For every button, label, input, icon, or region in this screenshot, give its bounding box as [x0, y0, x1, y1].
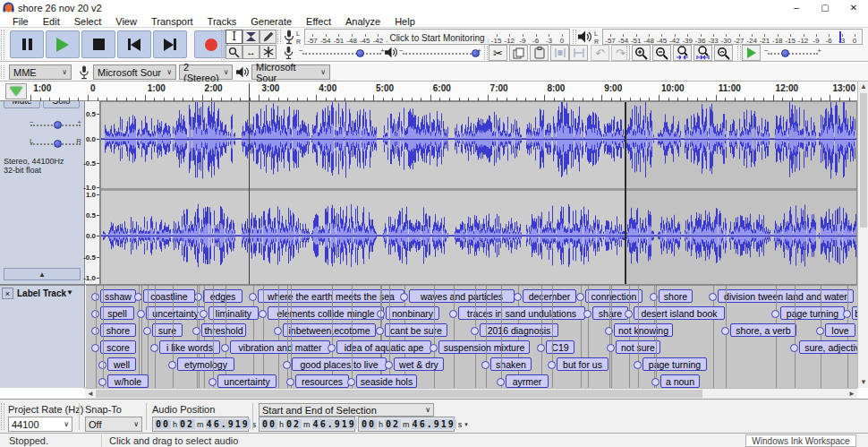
label-track-area[interactable]: sshawcoastlineedgeswhere the earth meets… [86, 285, 857, 388]
playback-meter[interactable]: -57-54-51-48-45-42-39-36-33-30-27-24-21-… [602, 29, 863, 45]
label-handle[interactable] [283, 361, 291, 369]
audio-position-field[interactable]: 00h02m46.919s▾ [152, 417, 249, 432]
label-chip[interactable]: shore [100, 323, 136, 337]
menu-effect[interactable]: Effect [299, 16, 338, 27]
zoom-in-button[interactable] [632, 45, 651, 61]
mute-button[interactable]: Mute [4, 101, 40, 108]
timeshift-tool-button[interactable]: ↔ [243, 45, 260, 59]
label-handle[interactable] [259, 310, 267, 318]
recording-channels-select[interactable]: 2 (Stereo)∨ [179, 64, 233, 80]
device-grip[interactable] [1, 65, 4, 79]
label-chip[interactable]: where the earth meets the sea [258, 289, 404, 303]
tools-grip[interactable] [221, 30, 225, 60]
label-chip[interactable]: good places to live [292, 357, 387, 371]
label-handle[interactable] [347, 378, 355, 386]
label-chip[interactable]: resources [295, 374, 349, 388]
label-handle[interactable] [816, 327, 824, 335]
label-handle[interactable] [481, 361, 489, 369]
label-handle[interactable] [790, 344, 798, 352]
label-handle[interactable] [194, 293, 202, 301]
scroll-down-icon[interactable]: ▼ [858, 377, 868, 388]
label-handle[interactable] [221, 344, 229, 352]
label-chip[interactable]: ayrmer [506, 374, 549, 388]
label-chip[interactable]: traces in sand undulations [458, 306, 585, 320]
label-handle[interactable] [548, 361, 556, 369]
label-track-title[interactable]: Label Track [17, 288, 66, 298]
menu-transport[interactable]: Transport [144, 16, 200, 27]
label-chip[interactable]: sure, adjective [799, 340, 857, 354]
label-chip[interactable]: connection [585, 289, 642, 303]
playback-volume-thumb[interactable] [472, 49, 480, 57]
toolbar-grip[interactable] [1, 30, 4, 60]
label-chip[interactable]: liminality [208, 306, 259, 320]
label-handle[interactable] [168, 361, 176, 369]
label-handle[interactable] [651, 378, 660, 386]
label-chip[interactable]: w/hole [107, 374, 149, 388]
gain-slider[interactable]: − + [30, 125, 81, 126]
label-handle[interactable] [607, 344, 615, 352]
track-menu-chevron-icon[interactable]: ▼ [66, 288, 73, 297]
label-handle[interactable] [449, 310, 457, 318]
label-handle[interactable] [625, 310, 633, 318]
label-chip[interactable]: share [592, 306, 628, 320]
label-chip[interactable]: division tween land and water [718, 289, 854, 303]
label-handle[interactable] [430, 344, 438, 352]
selection-mode-select[interactable]: Start and End of Selection∨ [259, 403, 434, 417]
label-handle[interactable] [514, 293, 522, 301]
solo-button[interactable]: Solo [43, 101, 80, 108]
hscroll-thumb[interactable] [96, 390, 702, 398]
label-chip[interactable]: sure [152, 323, 183, 337]
label-chip[interactable]: seaside hols [356, 374, 417, 388]
pan-thumb[interactable] [54, 140, 62, 148]
selection-tool-button[interactable]: I [226, 30, 243, 44]
skip-to-start-button[interactable] [117, 30, 151, 58]
pan-slider[interactable]: L R [30, 143, 81, 145]
record-volume-slider[interactable]: − + [302, 53, 381, 55]
label-chip[interactable]: threshold [201, 323, 246, 337]
menu-view[interactable]: View [108, 16, 144, 27]
monitor-text[interactable]: Click to Start Monitoring [387, 33, 487, 43]
label-handle[interactable] [208, 378, 217, 386]
audio-host-select[interactable]: MME∨ [9, 64, 72, 80]
zoom-out-button[interactable] [652, 45, 671, 61]
selbar-grip[interactable] [1, 403, 4, 430]
menu-file[interactable]: File [5, 16, 36, 27]
vscroll-thumb[interactable] [860, 93, 867, 228]
zoom-grip[interactable] [626, 46, 630, 60]
label-handle[interactable] [471, 327, 479, 335]
play-speed-slider[interactable]: − + [768, 53, 818, 55]
label-chip[interactable]: C19 [546, 340, 574, 354]
playback-device-select[interactable]: Microsoft Sour∨ [251, 64, 330, 80]
label-chip[interactable]: uncertainty [217, 374, 277, 388]
label-handle[interactable] [497, 378, 505, 386]
play-speed-thumb[interactable] [781, 49, 789, 57]
label-chip[interactable]: idea of aquatic ape [336, 340, 431, 354]
label-handle[interactable] [721, 327, 729, 335]
menu-tracks[interactable]: Tracks [200, 16, 244, 27]
playback-volume-slider[interactable]: − + [403, 53, 478, 55]
zoom-tool-button[interactable] [226, 45, 243, 59]
label-handle[interactable] [143, 327, 151, 335]
label-chip[interactable]: vibration and matter [230, 340, 330, 354]
label-chip[interactable]: coastline [143, 289, 195, 303]
label-handle[interactable] [137, 310, 145, 318]
vertical-ruler[interactable]: 0.50.0-0.5-1.01.00.50.0-0.5-1.0 [85, 101, 100, 285]
label-handle[interactable] [385, 361, 393, 369]
label-chip[interactable]: page turning [780, 306, 845, 320]
record-volume-thumb[interactable] [356, 49, 364, 57]
multi-tool-button[interactable] [260, 45, 277, 59]
horizontal-scrollbar[interactable]: ◄ ► [85, 388, 857, 399]
chevron-down-icon[interactable]: ▾ [463, 421, 468, 428]
label-handle[interactable] [843, 310, 851, 318]
label-handle[interactable] [400, 293, 408, 301]
label-handle[interactable] [537, 344, 545, 352]
label-chip[interactable]: sshaw [100, 289, 136, 303]
label-handle[interactable] [192, 327, 200, 335]
menu-help[interactable]: Help [387, 16, 422, 27]
label-chip[interactable]: love [825, 323, 855, 337]
play-at-speed-button[interactable] [742, 45, 761, 61]
zoom-fit-button[interactable] [694, 45, 712, 61]
playspeed-grip[interactable] [737, 46, 741, 60]
label-handle[interactable] [771, 310, 779, 318]
cut-button[interactable]: ✂ [489, 45, 507, 61]
